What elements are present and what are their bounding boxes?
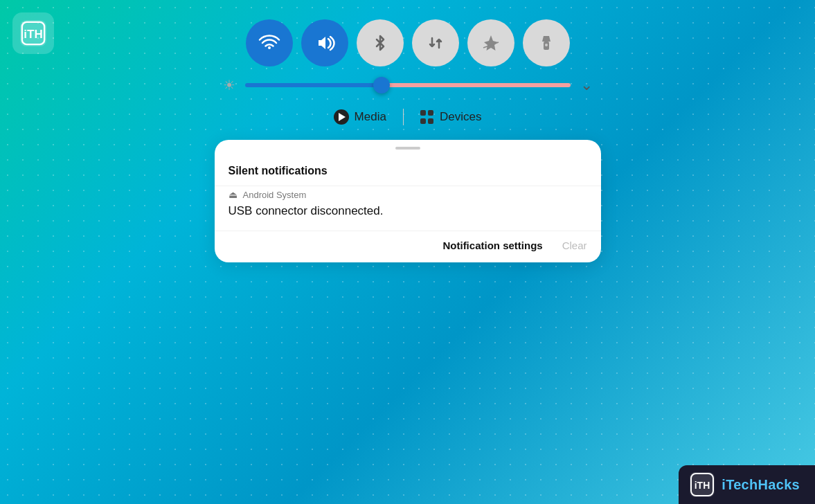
notification-panel-container: ☀ ⌄ Media Devices Silent notifications ⏏… bbox=[204, 7, 612, 262]
brightness-thumb[interactable] bbox=[373, 77, 390, 93]
data-button[interactable] bbox=[412, 19, 459, 66]
svg-text:iTH: iTH bbox=[695, 480, 710, 491]
app-name: Android System bbox=[243, 190, 307, 200]
notification-card: Silent notifications ⏏ Android System US… bbox=[215, 140, 601, 262]
brightness-row: ☀ ⌄ bbox=[204, 73, 612, 100]
notification-footer: Notification settings Clear bbox=[215, 231, 601, 262]
media-devices-row: Media Devices bbox=[204, 100, 612, 137]
brand-suffix: TechHacks bbox=[726, 477, 800, 492]
airplane-button[interactable] bbox=[467, 19, 514, 66]
logo-topleft: iTH bbox=[12, 12, 54, 54]
brand-name: iTechHacks bbox=[722, 477, 800, 493]
notification-item: ⏏ Android System USB connector disconnec… bbox=[215, 186, 601, 231]
app-row: ⏏ Android System bbox=[229, 189, 587, 200]
drag-handle[interactable] bbox=[395, 147, 420, 150]
brand-logo-icon: iTH bbox=[690, 472, 715, 497]
play-icon bbox=[334, 109, 349, 125]
devices-button[interactable]: Devices bbox=[406, 105, 495, 129]
data-transfer-icon bbox=[425, 33, 446, 53]
brightness-icon: ☀ bbox=[223, 77, 235, 93]
devices-label: Devices bbox=[440, 110, 481, 124]
bluetooth-icon bbox=[370, 33, 391, 53]
svg-text:iTH: iTH bbox=[24, 28, 43, 41]
media-button[interactable]: Media bbox=[320, 104, 400, 130]
quick-settings-row bbox=[204, 7, 612, 73]
notification-message: USB connector disconnected. bbox=[229, 203, 587, 219]
brightness-slider[interactable] bbox=[245, 83, 571, 87]
bluetooth-button[interactable] bbox=[357, 19, 404, 66]
chevron-down-icon[interactable]: ⌄ bbox=[580, 76, 593, 94]
usb-icon: ⏏ bbox=[229, 189, 238, 200]
flashlight-icon bbox=[536, 33, 557, 53]
devices-icon bbox=[420, 110, 434, 124]
silent-notifications-header: Silent notifications bbox=[215, 159, 601, 186]
notification-settings-button[interactable]: Notification settings bbox=[442, 240, 542, 251]
svg-point-4 bbox=[545, 44, 548, 46]
clear-button[interactable]: Clear bbox=[562, 240, 587, 251]
logo-icon: iTH bbox=[20, 20, 46, 46]
media-label: Media bbox=[355, 110, 386, 124]
volume-icon bbox=[313, 31, 337, 55]
flashlight-button[interactable] bbox=[523, 19, 570, 66]
wifi-icon bbox=[258, 31, 281, 55]
wifi-button[interactable] bbox=[246, 19, 293, 66]
volume-button[interactable] bbox=[301, 19, 348, 66]
airplane-icon bbox=[481, 33, 501, 53]
row-divider bbox=[403, 109, 404, 125]
brand-bar: iTH iTechHacks bbox=[679, 465, 815, 504]
